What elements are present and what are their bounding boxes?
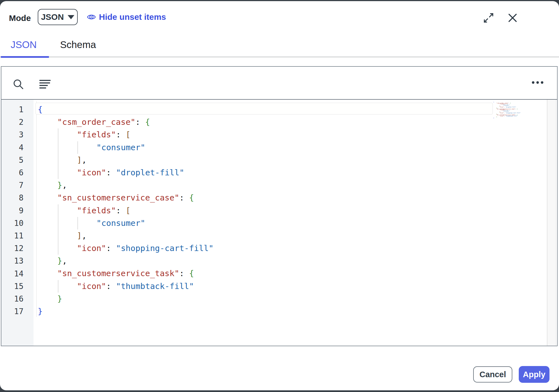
- line-number: 2: [4, 116, 23, 128]
- close-icon: [506, 12, 520, 24]
- line-number: 6: [4, 166, 23, 179]
- json-editor-modal: Mode JSON Hide unset items: [0, 1, 559, 390]
- code-line[interactable]: "icon": "shopping-cart-fill": [38, 242, 546, 255]
- minimap[interactable]: { "csm_order_case": { "fields": [ "consu…: [493, 102, 547, 125]
- code-line[interactable]: },: [38, 179, 546, 192]
- tabbar-divider: [0, 57, 559, 57]
- line-number: 4: [4, 141, 23, 154]
- json-code-editor: 1234567891011121314151617 {"csm_order_ca…: [1, 66, 558, 346]
- code-line[interactable]: {: [38, 103, 546, 116]
- editor-toolbar: [1, 67, 557, 100]
- eye-icon: [87, 12, 96, 22]
- expand-icon: [483, 12, 495, 23]
- code-line[interactable]: ],: [38, 154, 546, 166]
- indent-guide: [58, 154, 58, 166]
- close-button[interactable]: [506, 11, 520, 25]
- line-number: 10: [4, 217, 23, 230]
- line-number: 13: [4, 255, 23, 267]
- indent-guide: [58, 128, 58, 141]
- indent-guide: [58, 217, 58, 230]
- code-line[interactable]: }: [38, 293, 546, 305]
- format-document-button[interactable]: [39, 80, 52, 89]
- indent-guide: [58, 230, 58, 242]
- scrollbar-track[interactable]: [547, 100, 556, 346]
- search-button[interactable]: [12, 78, 24, 90]
- code-line[interactable]: "fields": [: [38, 128, 546, 141]
- code-line[interactable]: }: [38, 305, 546, 318]
- indent-guide: [58, 280, 58, 293]
- line-number: 9: [4, 204, 23, 217]
- line-number-gutter: 1234567891011121314151617: [1, 100, 34, 346]
- code-line[interactable]: "icon": "droplet-fill": [38, 166, 546, 179]
- cancel-button[interactable]: Cancel: [473, 366, 512, 383]
- align-left-icon: [39, 80, 52, 89]
- code-lines[interactable]: {"csm_order_case": {"fields": ["consumer…: [38, 103, 546, 318]
- mode-label: Mode: [9, 13, 31, 23]
- indent-guide: [77, 141, 78, 154]
- indent-guide: [58, 242, 58, 255]
- apply-button[interactable]: Apply: [519, 366, 549, 383]
- editor-content[interactable]: 1234567891011121314151617 {"csm_order_ca…: [1, 100, 557, 346]
- code-line[interactable]: "consumer": [38, 217, 546, 230]
- line-number: 1: [4, 103, 23, 116]
- line-number: 3: [4, 128, 23, 141]
- indent-guide: [58, 166, 58, 179]
- line-number: 12: [4, 242, 23, 255]
- chevron-down-icon: [68, 15, 74, 19]
- indent-guide: [58, 141, 58, 154]
- screen-background: Mode JSON Hide unset items: [0, 0, 559, 392]
- code-line[interactable]: "consumer": [38, 141, 546, 154]
- line-number: 7: [4, 179, 23, 192]
- indent-guide: [77, 217, 78, 230]
- gutter-border: [36, 101, 37, 317]
- code-line[interactable]: },: [38, 255, 546, 267]
- more-options-button[interactable]: [532, 80, 545, 85]
- expand-button[interactable]: [483, 12, 495, 24]
- mode-dropdown-value: JSON: [41, 12, 64, 22]
- active-tab-underline: [1, 56, 49, 58]
- line-number: 16: [4, 293, 23, 305]
- ellipsis-icon: [532, 81, 543, 84]
- tab-json[interactable]: JSON: [11, 39, 37, 50]
- search-icon: [12, 78, 24, 90]
- code-line[interactable]: "csm_order_case": {: [38, 116, 546, 128]
- line-number: 14: [4, 267, 23, 280]
- code-line[interactable]: "fields": [: [38, 204, 546, 217]
- line-number: 15: [4, 280, 23, 293]
- code-line[interactable]: ],: [38, 230, 546, 242]
- line-number: 8: [4, 192, 23, 204]
- code-line[interactable]: "icon": "thumbtack-fill": [38, 280, 546, 293]
- line-number: 17: [4, 305, 23, 318]
- mode-dropdown[interactable]: JSON: [38, 9, 78, 25]
- indent-guide: [58, 204, 58, 217]
- line-number: 5: [4, 154, 23, 166]
- code-line[interactable]: "sn_customerservice_task": {: [38, 267, 546, 280]
- line-number: 11: [4, 230, 23, 242]
- hide-unset-items-link[interactable]: Hide unset items: [87, 12, 166, 22]
- tab-schema[interactable]: Schema: [60, 39, 96, 50]
- hide-unset-items-label: Hide unset items: [99, 12, 166, 22]
- code-line[interactable]: "sn_customerservice_case": {: [38, 192, 546, 204]
